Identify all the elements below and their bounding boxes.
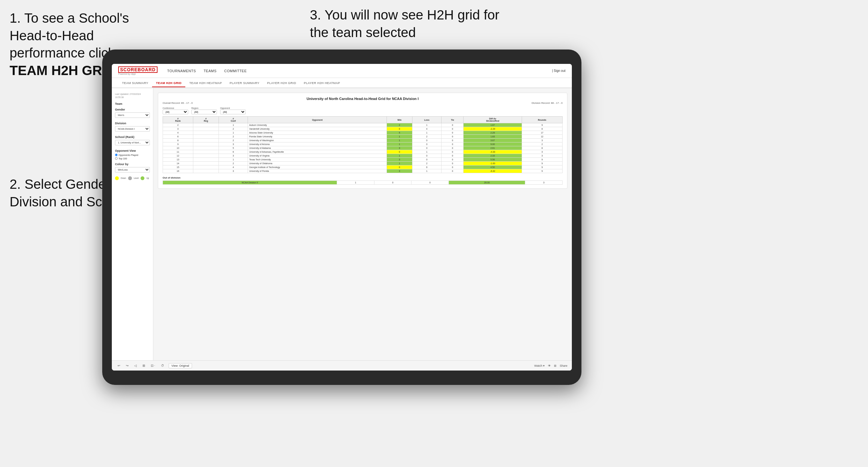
table-row: 4 1 Arizona State University 5 1 0 2.29 … [163, 131, 563, 135]
nav-tournaments[interactable]: TOURNAMENTS [167, 68, 196, 73]
td-tie: 0 [441, 150, 464, 154]
nav-sign-out[interactable]: | Sign out [552, 69, 565, 72]
td-conf: 3 [219, 154, 248, 158]
toolbar-watch[interactable]: Watch ▾ [534, 364, 545, 367]
td-rank: 15 [163, 165, 193, 169]
toolbar-copy[interactable]: ⊞ [141, 363, 146, 368]
tab-player-h2h-grid[interactable]: PLAYER H2H GRID [263, 79, 300, 87]
sidebar-division-select[interactable]: NCAA Division I [115, 126, 150, 132]
td-reg [193, 138, 219, 143]
region-filter-label: Region [191, 107, 217, 109]
th-reg: #Reg [193, 117, 219, 123]
table-row: 11 6 University of Arkansas, Fayettevill… [163, 150, 563, 154]
td-loss: 1 [412, 150, 441, 154]
td-win: 3 [387, 158, 412, 162]
td-opponent: University of Alabama [248, 146, 387, 150]
tablet: SCOREBOARD Powered by clippi TOURNAMENTS… [102, 50, 582, 385]
td-opponent: Florida State University [248, 135, 387, 138]
grid-title: University of North Carolina Head-to-Hea… [163, 97, 563, 101]
th-conf: #Conf [219, 117, 248, 123]
td-loss: 1 [412, 123, 441, 127]
sidebar-gender-select[interactable]: Men's [115, 113, 150, 118]
td-reg [193, 165, 219, 169]
td-win: 1 [387, 162, 412, 165]
toolbar-paste[interactable]: ⊡ · [150, 363, 157, 368]
td-tie: 0 [441, 135, 464, 138]
tab-player-h2h-heatmap[interactable]: PLAYER H2H HEATMAP [300, 79, 344, 87]
sidebar-colour-by-label: Colour by [115, 163, 150, 166]
toolbar-eyeball[interactable]: 👁 [548, 364, 551, 367]
td-diff: 3.67 [464, 138, 522, 143]
nav-committee[interactable]: COMMITTEE [224, 68, 247, 73]
toolbar-back[interactable]: ◁ [133, 363, 138, 368]
table-row: 15 4 Georgia Institute of Technology 0 6… [163, 165, 563, 169]
grid-area: University of North Carolina Head-to-Hea… [153, 88, 572, 360]
conference-filter-select[interactable]: (All) [163, 110, 188, 114]
main-content: Last Updated: 27/03/2024 16:55:38 Team G… [112, 88, 572, 360]
table-row: 9 3 University of Arizona 1 0 0 9.00 2 [163, 143, 563, 146]
sidebar-school-select[interactable]: 1. University of Nort... [115, 140, 150, 145]
td-opponent: University of Washington [248, 138, 387, 143]
sidebar-radio-opponents[interactable]: Opponents Played [115, 154, 150, 157]
tab-team-h2h-grid[interactable]: TEAM H2H GRID [152, 79, 185, 87]
td-win: 1 [387, 154, 412, 158]
toolbar-clock[interactable]: ⏱ [160, 363, 165, 368]
td-win: 1 [387, 143, 412, 146]
td-win: 0 [387, 165, 412, 169]
td-rounds: 9 [522, 158, 562, 162]
ood-loss: 0 [374, 181, 411, 185]
td-rank: 16 [163, 169, 193, 173]
sidebar-opponent-view-label: Opponent View [115, 149, 150, 152]
opponent-filter-select[interactable]: (All) [220, 110, 246, 114]
td-conf: 3 [219, 143, 248, 146]
td-win: 0 [387, 127, 412, 131]
td-conf: 5 [219, 146, 248, 150]
nav-teams[interactable]: TEAMS [204, 68, 216, 73]
td-reg [193, 143, 219, 146]
region-filter-select[interactable]: (All) [191, 110, 217, 114]
td-tie: 0 [441, 162, 464, 165]
sidebar-radio-top100[interactable]: Top 100 [115, 157, 150, 160]
toolbar-view[interactable]: View: Original [169, 363, 192, 368]
td-rank: 2 [163, 123, 193, 127]
td-conf: 1 [219, 158, 248, 162]
th-opponent: Opponent [248, 117, 387, 123]
td-diff: -1.00 [464, 162, 522, 165]
toolbar-redo[interactable]: ↪ [125, 363, 130, 368]
td-rounds: 8 [522, 127, 562, 131]
td-rounds: 3 [522, 154, 562, 158]
table-header-row: #Rank #Reg #Conf Opponent Win Loss Tie D… [163, 117, 563, 123]
ood-diff: 26.00 [448, 181, 525, 185]
td-tie: 0 [441, 158, 464, 162]
ood-rounds: 3 [525, 181, 563, 185]
td-tie: 0 [441, 143, 464, 146]
toolbar-share[interactable]: Share [560, 364, 567, 367]
td-win: 3 [387, 169, 412, 173]
td-opponent: University of Arizona [248, 143, 387, 146]
td-loss: 1 [412, 131, 441, 135]
nav-bar: SCOREBOARD Powered by clippi TOURNAMENTS… [112, 64, 572, 78]
sidebar-team-label: Team [115, 102, 150, 105]
td-reg [193, 123, 219, 127]
sidebar-colour-by-select[interactable]: Win/Loss [115, 167, 150, 173]
tab-player-summary[interactable]: PLAYER SUMMARY [226, 79, 263, 87]
tab-team-h2h-heatmap[interactable]: TEAM H2H HEATMAP [185, 79, 225, 87]
td-reg [193, 150, 219, 154]
td-win: 3 [387, 146, 412, 150]
td-rank: 3 [163, 127, 193, 131]
opponent-filter-label: Opponent [220, 107, 246, 109]
td-rank: 9 [163, 143, 193, 146]
toolbar-undo[interactable]: ↩ [116, 363, 121, 368]
table-row: 13 1 Texas Tech University 3 0 0 5.56 9 [163, 158, 563, 162]
td-conf: 2 [219, 127, 248, 131]
td-rank: 6 [163, 135, 193, 138]
toolbar-grid-icon[interactable]: ⊞ [554, 364, 557, 367]
td-rounds: 17 [522, 131, 562, 135]
colour-up-dot [141, 176, 145, 180]
td-diff: 4.50 [464, 165, 522, 169]
table-row: 14 2 University of Oklahoma 1 2 0 -1.00 … [163, 162, 563, 165]
tab-team-summary[interactable]: TEAM SUMMARY [118, 79, 152, 87]
td-rank: 13 [163, 158, 193, 162]
sidebar-radio-group: Opponents Played Top 100 [115, 154, 150, 160]
td-diff: 2.29 [464, 131, 522, 135]
